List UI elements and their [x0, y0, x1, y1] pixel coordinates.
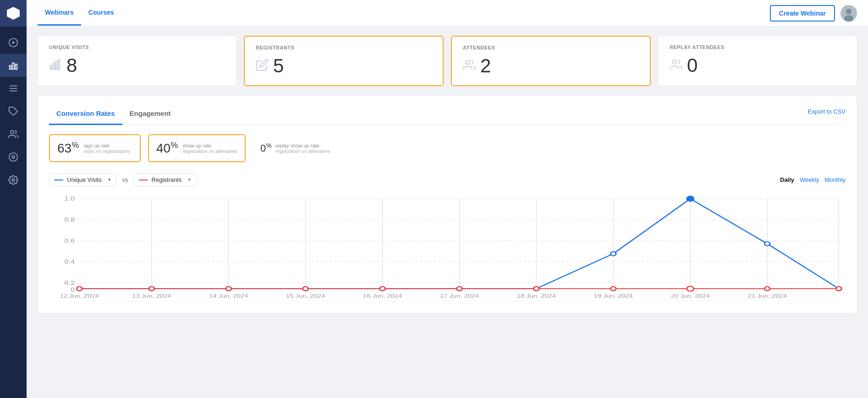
series2-selector[interactable]: Registrants ▼: [134, 173, 197, 186]
svg-text:21 Jun, 2024: 21 Jun, 2024: [748, 293, 787, 299]
sidebar-item-chart[interactable]: [0, 54, 27, 77]
svg-point-12: [12, 179, 15, 181]
series1-arrow: ▼: [107, 177, 112, 182]
svg-point-52: [687, 196, 694, 202]
sign-up-rate-box[interactable]: 63% sign up rate visits vs registrations: [49, 134, 141, 162]
logo-shape: [7, 7, 20, 20]
svg-rect-2: [10, 65, 11, 69]
svg-point-14: [846, 9, 852, 14]
svg-point-59: [380, 287, 385, 291]
svg-point-21: [672, 60, 676, 64]
svg-text:15 Jun, 2024: 15 Jun, 2024: [286, 293, 325, 299]
attendees-value: 2: [480, 55, 491, 77]
svg-point-58: [303, 287, 308, 291]
replay-label: REPLAY ATTENDEES: [670, 44, 846, 50]
svg-point-20: [466, 60, 470, 65]
top-navigation: Webinars Courses Create Webinar: [27, 0, 868, 27]
nav-tab-courses[interactable]: Courses: [81, 0, 121, 26]
series2-arrow: ▼: [187, 177, 192, 182]
svg-marker-1: [12, 41, 15, 44]
sidebar-item-list[interactable]: [0, 77, 27, 100]
svg-text:16 Jun, 2024: 16 Jun, 2024: [363, 293, 402, 299]
stat-card-attendees: ATTENDEES 2: [451, 36, 651, 86]
tab-conversion-rates[interactable]: Conversion Rates: [49, 105, 122, 125]
sidebar-item-gear[interactable]: [0, 169, 27, 191]
svg-point-9: [11, 131, 14, 134]
sidebar-item-play[interactable]: [0, 31, 27, 54]
edit-icon: [256, 59, 269, 73]
users-icon: [463, 59, 476, 73]
sidebar-item-puzzle[interactable]: [0, 100, 27, 123]
replay-show-up-subtitle: registration vs attendees: [275, 148, 330, 154]
svg-text:20 Jun, 2024: 20 Jun, 2024: [671, 293, 710, 299]
svg-rect-17: [53, 64, 55, 70]
chart-icon: [8, 60, 18, 71]
show-up-rate-box[interactable]: 40% show up rate registration vs attende…: [148, 134, 246, 162]
sign-up-subtitle: visits vs registrations: [83, 148, 130, 154]
replay-value: 0: [687, 55, 698, 76]
stats-row: UNIQUE VISITS 8 REGISTRANTS: [38, 36, 857, 86]
show-up-title: show up rate: [182, 143, 237, 148]
replay-users-icon: [670, 58, 682, 73]
series1-label: Unique Visits: [67, 176, 102, 183]
stat-card-registrants: REGISTRANTS 5: [244, 36, 444, 86]
conversion-section: Conversion Rates Engagement Export to CS…: [38, 95, 857, 313]
svg-rect-19: [58, 60, 60, 70]
svg-point-53: [764, 242, 770, 246]
play-icon: [8, 38, 18, 48]
attendees-label: ATTENDEES: [463, 45, 639, 50]
svg-point-64: [764, 287, 770, 291]
svg-text:0.8: 0.8: [64, 217, 75, 223]
chart-controls: Unique Visits ▼ vs Registrants ▼ Daily W…: [49, 173, 846, 186]
attendees-value-row: 2: [463, 55, 639, 77]
stat-card-unique-visits: UNIQUE VISITS 8: [38, 36, 236, 86]
registrants-label: REGISTRANTS: [256, 45, 432, 50]
export-csv-link[interactable]: Export to CSV: [808, 108, 846, 121]
svg-rect-3: [12, 63, 14, 70]
vs-text: vs: [122, 176, 128, 183]
svg-rect-16: [50, 65, 52, 69]
nav-tabs: Webinars Courses: [38, 0, 121, 26]
tab-engagement[interactable]: Engagement: [122, 105, 178, 125]
replay-value-row: 0: [670, 55, 846, 76]
svg-point-60: [457, 287, 462, 291]
registrants-value: 5: [273, 55, 284, 77]
sidebar-item-people[interactable]: [0, 123, 27, 146]
create-webinar-button[interactable]: Create Webinar: [770, 5, 835, 22]
period-daily[interactable]: Daily: [780, 176, 794, 183]
top-nav-right: Create Webinar: [770, 5, 857, 22]
svg-text:19 Jun, 2024: 19 Jun, 2024: [594, 293, 633, 299]
svg-text:18 Jun, 2024: 18 Jun, 2024: [517, 293, 556, 299]
period-monthly[interactable]: Monthly: [824, 176, 846, 183]
avatar[interactable]: [841, 5, 857, 22]
rate-boxes: 63% sign up rate visits vs registrations…: [49, 134, 846, 162]
period-weekly[interactable]: Weekly: [800, 176, 819, 183]
show-up-info: show up rate registration vs attendees: [182, 143, 237, 154]
puzzle-icon: [8, 106, 18, 116]
svg-text:12 Jun, 2024: 12 Jun, 2024: [60, 293, 99, 299]
svg-point-55: [77, 287, 82, 291]
series1-selector[interactable]: Unique Visits ▼: [49, 173, 117, 186]
nav-tab-webinars[interactable]: Webinars: [38, 0, 81, 26]
gear-icon: [8, 175, 18, 185]
svg-point-56: [149, 287, 154, 291]
sidebar-logo[interactable]: [0, 0, 27, 27]
chart-svg: 1.0 0.8 0.6 0.4 0.2 0: [49, 194, 846, 304]
svg-text:17 Jun, 2024: 17 Jun, 2024: [440, 293, 479, 299]
show-up-subtitle: registration vs attendees: [182, 148, 237, 154]
replay-show-up-title: replay show up rate: [275, 143, 330, 148]
sidebar-item-settings-circle[interactable]: [0, 146, 27, 169]
svg-text:0.2: 0.2: [64, 280, 75, 286]
replay-show-up-percent: 0%: [260, 142, 272, 154]
svg-point-10: [9, 153, 17, 161]
svg-point-63: [687, 286, 694, 291]
svg-text:1.0: 1.0: [64, 196, 75, 202]
page-content: UNIQUE VISITS 8 REGISTRANTS: [27, 27, 868, 398]
svg-point-62: [610, 287, 616, 291]
list-icon: [8, 83, 18, 93]
avatar-image: [841, 5, 857, 22]
chart-area: 1.0 0.8 0.6 0.4 0.2 0: [49, 194, 846, 304]
svg-rect-18: [55, 61, 57, 70]
svg-text:0.6: 0.6: [64, 238, 75, 244]
svg-point-11: [12, 156, 15, 158]
